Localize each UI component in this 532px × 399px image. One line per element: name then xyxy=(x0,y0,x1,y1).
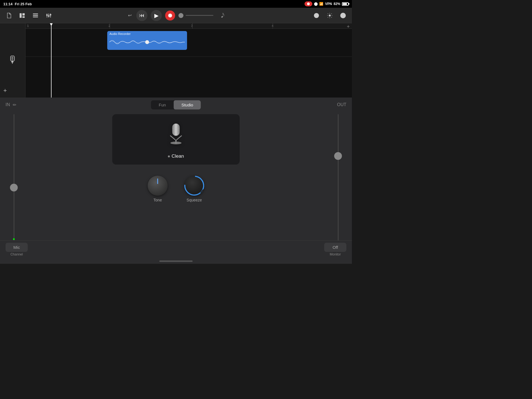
mic-button[interactable]: Mic xyxy=(6,243,28,252)
in-label-group: IN ✏ xyxy=(6,102,16,108)
monitor-button[interactable]: Off xyxy=(324,243,346,252)
audio-clip[interactable]: Audio Recorder xyxy=(107,31,187,50)
svg-point-16 xyxy=(343,17,343,17)
track-content: 1 2 3 4 + Audio Recorder xyxy=(25,23,352,98)
in-fader-dot xyxy=(13,238,15,240)
track-sidebar: 🎙 + xyxy=(0,23,25,98)
home-indicator xyxy=(0,258,352,264)
ruler-mark-1: 1 xyxy=(27,24,29,27)
status-time: 11:14 xyxy=(3,2,12,6)
svg-rect-3 xyxy=(22,16,25,18)
squeeze-ring xyxy=(180,172,208,200)
toolbar-right xyxy=(312,11,347,20)
preset-name: Clean xyxy=(172,154,184,159)
in-fader-knob[interactable] xyxy=(10,184,18,191)
preset-indicator: Clean xyxy=(168,154,184,159)
in-fader xyxy=(6,112,22,241)
panel-main: Clean Tone Squeeze xyxy=(0,112,352,241)
out-label: OUT xyxy=(337,102,346,107)
play-button[interactable]: ▶ xyxy=(151,10,162,21)
tone-knob-wrap: Tone xyxy=(148,176,168,202)
svg-point-10 xyxy=(46,14,48,16)
mixer-icon[interactable] xyxy=(44,11,53,20)
status-bar: 11:14 Fri 25 Feb ⬤ 📶 VPN 82% xyxy=(0,0,352,8)
document-icon[interactable] xyxy=(4,11,13,20)
center-content: Clean Tone Squeeze xyxy=(22,112,330,241)
chat-icon[interactable] xyxy=(312,11,321,20)
vpn-label: VPN xyxy=(325,2,332,6)
volume-control[interactable] xyxy=(178,13,213,18)
edit-icon[interactable]: ✏ xyxy=(13,102,16,108)
track-separator xyxy=(25,57,352,57)
panel-header: IN ✏ Fun Studio OUT xyxy=(0,98,352,112)
ruler-line-2 xyxy=(110,23,110,29)
squeeze-knob[interactable] xyxy=(184,176,204,196)
wifi-icon: 📶 xyxy=(319,2,323,6)
record-button[interactable] xyxy=(165,11,175,21)
add-bar-button[interactable]: + xyxy=(347,24,350,30)
ruler-line-4 xyxy=(273,23,273,29)
layout-icon[interactable] xyxy=(18,11,27,20)
home-bar xyxy=(159,260,193,262)
toolbar-left xyxy=(4,11,53,20)
svg-rect-17 xyxy=(172,124,180,136)
svg-point-11 xyxy=(48,15,50,17)
track-mic-icon: 🎙 xyxy=(8,54,18,66)
bottom-panel: IN ✏ Fun Studio OUT xyxy=(0,98,352,264)
volume-track xyxy=(186,15,213,16)
svg-point-14 xyxy=(329,15,331,16)
tracks-icon[interactable] xyxy=(31,11,40,20)
channel-label: Channel xyxy=(11,252,23,256)
clip-waveform xyxy=(109,36,185,48)
monitor-label: Monitor xyxy=(330,252,341,256)
status-left: 11:14 Fri 25 Feb xyxy=(3,2,32,6)
battery-icon xyxy=(342,2,349,6)
settings-icon[interactable] xyxy=(325,11,334,20)
squeeze-knob-wrap: Squeeze xyxy=(184,176,204,202)
squeeze-label: Squeeze xyxy=(186,198,202,202)
svg-point-0 xyxy=(307,2,310,5)
out-fader-track[interactable] xyxy=(338,114,339,241)
volume-knob[interactable] xyxy=(178,13,183,18)
clip-handle[interactable] xyxy=(145,40,149,44)
preset-mic-icon xyxy=(165,121,187,150)
status-circle: ⬤ xyxy=(314,2,318,6)
timeline-ruler: 1 2 3 4 + xyxy=(25,23,352,29)
tone-knob[interactable] xyxy=(148,176,168,196)
metronome-icon[interactable]: 𝅘𝅥𝅮 xyxy=(217,11,226,20)
record-indicator xyxy=(305,1,312,6)
toolbar: ↩ ⏮ ▶ 𝅘𝅥𝅮 xyxy=(0,8,352,23)
preset-dot xyxy=(168,155,170,157)
mode-toggle: Fun Studio xyxy=(151,100,201,109)
toolbar-center: ↩ ⏮ ▶ 𝅘𝅥𝅮 xyxy=(126,10,226,21)
track-lane: Audio Recorder xyxy=(25,31,352,56)
undo-button[interactable]: ↩ xyxy=(126,13,133,18)
svg-rect-2 xyxy=(22,13,25,15)
clip-title: Audio Recorder xyxy=(109,32,185,35)
out-fader-knob[interactable] xyxy=(334,152,342,160)
out-fader xyxy=(330,112,346,241)
mode-studio-button[interactable]: Studio xyxy=(174,100,201,109)
knobs-row: Tone Squeeze xyxy=(148,176,204,202)
track-area: 🎙 + 1 2 3 4 + Audio Recorder xyxy=(0,23,352,98)
tone-label: Tone xyxy=(154,198,162,202)
status-right: ⬤ 📶 VPN 82% xyxy=(305,1,349,6)
svg-rect-22 xyxy=(175,140,177,144)
add-track-button[interactable]: + xyxy=(3,87,7,94)
mic-btn-group: Mic Channel xyxy=(6,243,28,256)
svg-rect-6 xyxy=(33,16,38,17)
status-date: Fri 25 Feb xyxy=(15,2,32,6)
svg-rect-1 xyxy=(20,13,22,18)
svg-rect-4 xyxy=(33,13,38,14)
rewind-button[interactable]: ⏮ xyxy=(136,10,147,21)
svg-rect-5 xyxy=(33,15,38,16)
battery-fill xyxy=(343,3,347,5)
battery-percent: 82% xyxy=(334,2,340,6)
help-icon[interactable] xyxy=(339,11,347,20)
in-fader-track[interactable] xyxy=(14,114,14,241)
monitor-btn-group: Off Monitor xyxy=(324,243,346,256)
bottom-buttons: Mic Channel Off Monitor xyxy=(0,241,352,258)
mode-fun-button[interactable]: Fun xyxy=(151,100,174,109)
preset-box: Clean xyxy=(112,114,240,165)
ruler-line-3 xyxy=(192,23,193,29)
